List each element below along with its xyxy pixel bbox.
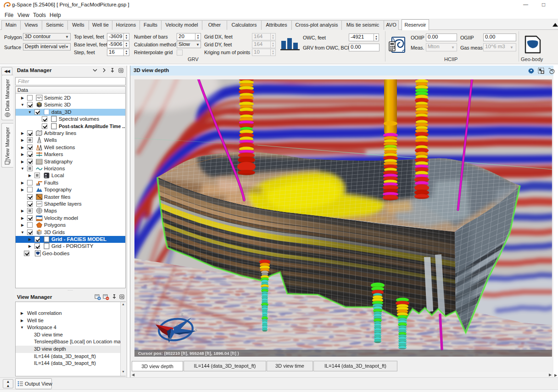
svg-text:Z: Z [176,323,179,327]
svg-text:S: S [195,328,197,332]
svg-text:N: N [156,319,159,324]
svg-text:E: E [181,313,184,317]
svg-text:SHP: SHP [37,203,41,205]
svg-text:Cursor pos: (802210 [ft], 9552: Cursor pos: (802210 [ft], 955248 [ft], 1… [138,351,239,356]
svg-text:W: W [168,336,172,341]
